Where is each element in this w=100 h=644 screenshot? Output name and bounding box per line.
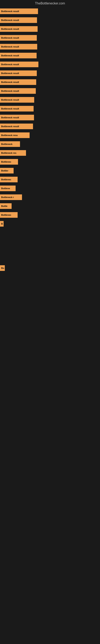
bar-label: B — [0, 221, 3, 226]
bars-container: Bottleneck resultBottleneck resultBottle… — [0, 7, 100, 317]
bar-label: Bottleneck result — [0, 79, 36, 85]
bar-row: Bottleneck result — [0, 78, 100, 86]
bar-row: Bottleneck result — [0, 104, 100, 113]
bar-row: Bottleneck r — [0, 193, 100, 202]
bar-row: Bottleneck result — [0, 86, 100, 96]
bar-row: Bottleneck result — [0, 96, 100, 104]
bar-row: Bottleneck result — [0, 69, 100, 78]
bar-label: Bottleneck result — [0, 115, 34, 120]
bar-row: Bottleneck result — [0, 16, 100, 24]
bar-label: Bottleneck result — [0, 53, 37, 58]
bar-label: Bottleneck result — [0, 106, 34, 112]
bar-row: B — [0, 219, 100, 228]
bar-row: Bottler — [0, 166, 100, 175]
bar-label: Bottleneck result — [0, 8, 38, 14]
bar-row: Bottleneck result — [0, 122, 100, 131]
bar-row: Bottlene — [0, 184, 100, 193]
bar-row: Bottleneck result — [0, 7, 100, 16]
bar-row — [0, 255, 100, 264]
bar-row: Bottlenec — [0, 158, 100, 166]
bar-label: Bottle — [0, 203, 12, 209]
bar-label: Bottleneck result — [0, 62, 38, 67]
bar-label: Bottlene — [0, 186, 16, 191]
bar-label: Bo — [0, 265, 5, 271]
bar-row: Bottleneck result — [0, 24, 100, 34]
bar-row — [0, 308, 100, 317]
bar-label: Bottleneck result — [0, 35, 37, 41]
bar-row: Bottlenec — [0, 175, 100, 184]
bar-label: Bottleneck result — [0, 88, 36, 94]
bar-label: Bottleneck result — [0, 44, 37, 50]
bar-label: Bottlenec — [0, 177, 18, 182]
bar-row: Bottleneck result — [0, 60, 100, 69]
bar-row — [0, 228, 100, 237]
bar-row: Bottle — [0, 202, 100, 210]
bar-row: Bottleneck result — [0, 51, 100, 60]
bar-row — [0, 281, 100, 290]
site-title: TheBottlenecker.com — [0, 0, 100, 7]
bar-label: Bottleneck result — [0, 70, 37, 76]
bar-row: Bottleneck result — [0, 42, 100, 51]
bar-row — [0, 299, 100, 308]
bar-row: Bottleneck result — [0, 113, 100, 122]
bar-row — [0, 237, 100, 246]
bar-label: Bottleneck result — [0, 17, 37, 23]
bar-label: Bottlenec — [0, 212, 18, 218]
bar-label: Bottleneck — [0, 141, 20, 147]
bar-label: Bottleneck result — [0, 97, 34, 103]
bar-row: Bottleneck — [0, 140, 100, 148]
bar-row: Bottleneck res — [0, 148, 100, 158]
bar-row: Bottlenec — [0, 210, 100, 219]
bar-row: Bottleneck resu — [0, 131, 100, 140]
bar-row — [0, 246, 100, 255]
bar-label: Bottleneck result — [0, 124, 33, 129]
bar-label: Bottler — [0, 168, 14, 174]
bar-label: Bottlenec — [0, 159, 18, 164]
bar-row: Bottleneck result — [0, 34, 100, 42]
bar-label: Bottleneck resu — [0, 132, 30, 138]
bar-label: Bottleneck r — [0, 194, 22, 200]
bar-label: Bottleneck result — [0, 26, 38, 32]
bar-row — [0, 272, 100, 281]
bar-label: Bottleneck res — [0, 150, 26, 156]
bar-row — [0, 290, 100, 299]
bar-row: Bo — [0, 264, 100, 272]
